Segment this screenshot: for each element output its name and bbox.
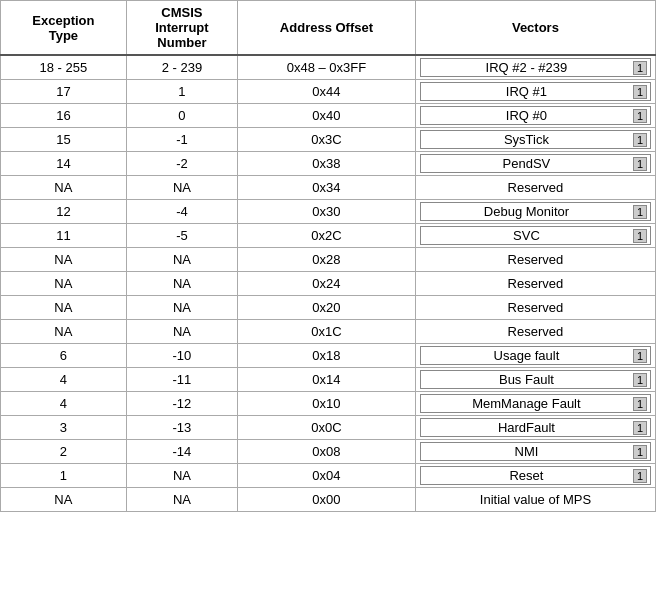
vector-cell: Reserved bbox=[415, 320, 655, 344]
address-cell: 0x18 bbox=[238, 344, 416, 368]
vector-cell: IRQ #2 - #2391 bbox=[415, 55, 655, 80]
exception-type-cell: NA bbox=[1, 176, 127, 200]
vector-number: 1 bbox=[633, 229, 647, 243]
vector-cell: IRQ #01 bbox=[415, 104, 655, 128]
cmsis-cell: -11 bbox=[126, 368, 237, 392]
vector-cell: Reset1 bbox=[415, 464, 655, 488]
address-cell: 0x1C bbox=[238, 320, 416, 344]
cmsis-cell: -10 bbox=[126, 344, 237, 368]
address-cell: 0x48 – 0x3FF bbox=[238, 55, 416, 80]
table-row: 12-40x30Debug Monitor1 bbox=[1, 200, 656, 224]
vector-number: 1 bbox=[633, 85, 647, 99]
vector-box: NMI1 bbox=[420, 442, 651, 461]
vector-box: HardFault1 bbox=[420, 418, 651, 437]
exception-type-cell: 2 bbox=[1, 440, 127, 464]
vector-cell: SVC1 bbox=[415, 224, 655, 248]
vector-label: Reset bbox=[424, 468, 629, 483]
vector-cell: IRQ #11 bbox=[415, 80, 655, 104]
cmsis-cell: 0 bbox=[126, 104, 237, 128]
table-row: NANA0x34Reserved bbox=[1, 176, 656, 200]
address-cell: 0x44 bbox=[238, 80, 416, 104]
address-cell: 0x20 bbox=[238, 296, 416, 320]
vector-box: SysTick1 bbox=[420, 130, 651, 149]
table-row: 1710x44IRQ #11 bbox=[1, 80, 656, 104]
vector-number: 1 bbox=[633, 349, 647, 363]
cmsis-cell: NA bbox=[126, 488, 237, 512]
vector-cell: Reserved bbox=[415, 272, 655, 296]
table-row: 4-120x10MemManage Fault1 bbox=[1, 392, 656, 416]
header-cmsis: CMSISInterruptNumber bbox=[126, 1, 237, 56]
table-row: 1600x40IRQ #01 bbox=[1, 104, 656, 128]
exception-type-cell: 4 bbox=[1, 368, 127, 392]
vector-label: Bus Fault bbox=[424, 372, 629, 387]
vector-number: 1 bbox=[633, 133, 647, 147]
vector-cell: NMI1 bbox=[415, 440, 655, 464]
table-row: 6-100x18Usage fault1 bbox=[1, 344, 656, 368]
cmsis-cell: -13 bbox=[126, 416, 237, 440]
table-row: 4-110x14Bus Fault1 bbox=[1, 368, 656, 392]
vector-number: 1 bbox=[633, 469, 647, 483]
cmsis-cell: -2 bbox=[126, 152, 237, 176]
cmsis-cell: 2 - 239 bbox=[126, 55, 237, 80]
exception-type-cell: NA bbox=[1, 248, 127, 272]
exception-type-cell: 6 bbox=[1, 344, 127, 368]
vector-box: Usage fault1 bbox=[420, 346, 651, 365]
vector-cell: MemManage Fault1 bbox=[415, 392, 655, 416]
exception-type-cell: 16 bbox=[1, 104, 127, 128]
vector-label: IRQ #0 bbox=[424, 108, 629, 123]
vector-cell: Reserved bbox=[415, 248, 655, 272]
vector-cell: PendSV1 bbox=[415, 152, 655, 176]
header-exception-type: ExceptionType bbox=[1, 1, 127, 56]
address-cell: 0x30 bbox=[238, 200, 416, 224]
vector-cell: Debug Monitor1 bbox=[415, 200, 655, 224]
vector-label: Usage fault bbox=[424, 348, 629, 363]
table-row: 11-50x2CSVC1 bbox=[1, 224, 656, 248]
vector-number: 1 bbox=[633, 205, 647, 219]
vector-box: Bus Fault1 bbox=[420, 370, 651, 389]
vector-cell: Bus Fault1 bbox=[415, 368, 655, 392]
vector-label: NMI bbox=[424, 444, 629, 459]
vector-label: PendSV bbox=[424, 156, 629, 171]
exception-table: ExceptionType CMSISInterruptNumber Addre… bbox=[0, 0, 656, 512]
address-cell: 0x28 bbox=[238, 248, 416, 272]
cmsis-cell: -12 bbox=[126, 392, 237, 416]
exception-type-cell: 14 bbox=[1, 152, 127, 176]
vector-cell: SysTick1 bbox=[415, 128, 655, 152]
vector-box: IRQ #2 - #2391 bbox=[420, 58, 651, 77]
table-row: NANA0x1CReserved bbox=[1, 320, 656, 344]
table-row: 14-20x38PendSV1 bbox=[1, 152, 656, 176]
address-cell: 0x2C bbox=[238, 224, 416, 248]
exception-type-cell: NA bbox=[1, 296, 127, 320]
address-cell: 0x40 bbox=[238, 104, 416, 128]
table-row: 2-140x08NMI1 bbox=[1, 440, 656, 464]
cmsis-cell: -14 bbox=[126, 440, 237, 464]
cmsis-cell: NA bbox=[126, 176, 237, 200]
table-row: NANA0x00Initial value of MPS bbox=[1, 488, 656, 512]
exception-type-cell: 11 bbox=[1, 224, 127, 248]
table-row: NANA0x20Reserved bbox=[1, 296, 656, 320]
vector-box: IRQ #01 bbox=[420, 106, 651, 125]
cmsis-cell: NA bbox=[126, 464, 237, 488]
vector-label: SysTick bbox=[424, 132, 629, 147]
vector-label: MemManage Fault bbox=[424, 396, 629, 411]
vector-label: IRQ #2 - #239 bbox=[424, 60, 629, 75]
exception-type-cell: 4 bbox=[1, 392, 127, 416]
exception-type-cell: 18 - 255 bbox=[1, 55, 127, 80]
vector-box: Reset1 bbox=[420, 466, 651, 485]
vector-box: Debug Monitor1 bbox=[420, 202, 651, 221]
vector-box: PendSV1 bbox=[420, 154, 651, 173]
address-cell: 0x24 bbox=[238, 272, 416, 296]
vector-label: IRQ #1 bbox=[424, 84, 629, 99]
vector-label: Debug Monitor bbox=[424, 204, 629, 219]
address-cell: 0x14 bbox=[238, 368, 416, 392]
vector-number: 1 bbox=[633, 61, 647, 75]
vector-number: 1 bbox=[633, 157, 647, 171]
header-address: Address Offset bbox=[238, 1, 416, 56]
cmsis-cell: -5 bbox=[126, 224, 237, 248]
vector-label: HardFault bbox=[424, 420, 629, 435]
table-row: 18 - 2552 - 2390x48 – 0x3FFIRQ #2 - #239… bbox=[1, 55, 656, 80]
vector-cell: Initial value of MPS bbox=[415, 488, 655, 512]
address-cell: 0x00 bbox=[238, 488, 416, 512]
address-cell: 0x3C bbox=[238, 128, 416, 152]
cmsis-cell: NA bbox=[126, 320, 237, 344]
